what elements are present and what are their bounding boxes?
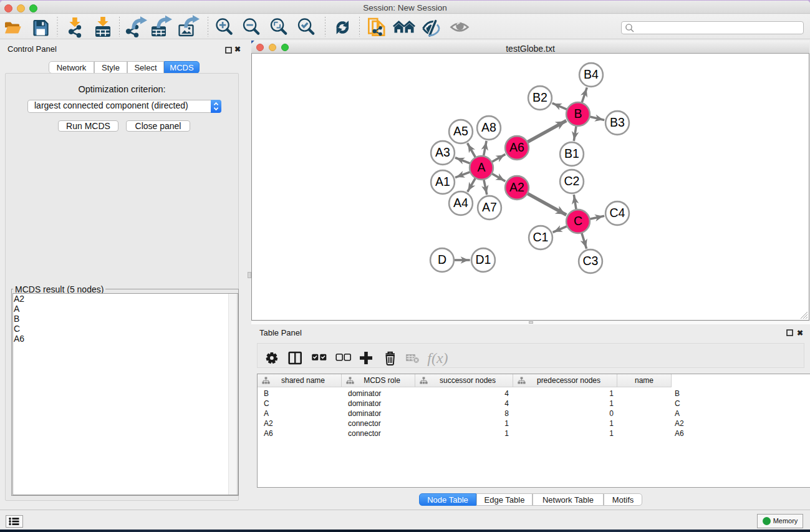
svg-text:C: C xyxy=(574,214,582,228)
svg-text:A: A xyxy=(477,160,485,174)
svg-text:D1: D1 xyxy=(476,253,491,266)
svg-text:C4: C4 xyxy=(610,206,625,220)
svg-text:B4: B4 xyxy=(584,67,599,81)
svg-text:A7: A7 xyxy=(482,200,497,214)
svg-text:A4: A4 xyxy=(453,196,468,210)
svg-text:A6: A6 xyxy=(509,140,524,154)
svg-text:C3: C3 xyxy=(583,254,599,268)
svg-text:B3: B3 xyxy=(610,115,625,129)
svg-text:C1: C1 xyxy=(533,230,549,244)
svg-text:A5: A5 xyxy=(453,124,468,138)
svg-text:A3: A3 xyxy=(435,145,450,159)
svg-text:D: D xyxy=(438,253,446,266)
svg-text:B: B xyxy=(574,107,582,120)
svg-text:B2: B2 xyxy=(533,90,547,104)
svg-text:A8: A8 xyxy=(481,120,496,134)
svg-text:C2: C2 xyxy=(564,174,580,188)
svg-text:A2: A2 xyxy=(509,180,524,194)
svg-text:B1: B1 xyxy=(564,147,579,160)
svg-text:A1: A1 xyxy=(435,175,450,188)
svg-text:f(x): f(x) xyxy=(427,350,448,366)
